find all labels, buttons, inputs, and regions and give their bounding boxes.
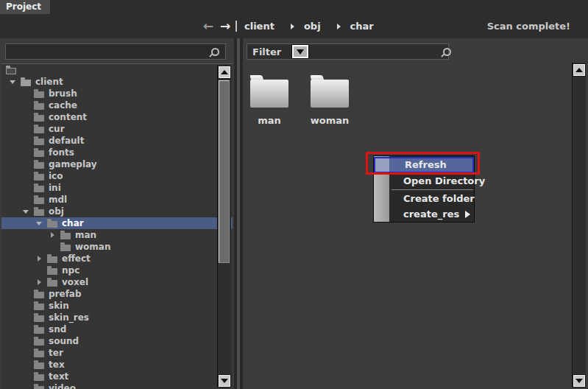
expander-spacer [21, 182, 34, 194]
expander-open-icon[interactable] [7, 76, 21, 88]
tree-row-char[interactable]: char [1, 217, 233, 229]
menu-item-create-res[interactable]: create_res [374, 206, 474, 222]
expander-spacer [47, 241, 60, 253]
expander-spacer [21, 335, 34, 347]
tree-row-label: woman [75, 242, 110, 252]
tree-row-video[interactable]: video [1, 382, 233, 389]
menu-item-open-directory[interactable]: Open Directory [374, 173, 474, 189]
tree-row-text[interactable]: text [1, 371, 233, 382]
expander-closed-icon[interactable] [34, 276, 47, 288]
tree-row-snd[interactable]: snd [1, 323, 233, 335]
folder-tiles: manwoman [247, 75, 353, 126]
tree-row-cur[interactable]: cur [1, 123, 233, 135]
filter-label: Filter [247, 46, 291, 57]
content-scrollbar[interactable] [572, 63, 586, 388]
expander-closed-icon[interactable] [47, 229, 60, 241]
up-arrow-icon [221, 70, 228, 74]
filter-search-input[interactable] [309, 44, 443, 59]
folder-icon [34, 386, 44, 389]
scroll-up-button[interactable] [219, 66, 230, 78]
tree-row-skin[interactable]: skin [1, 300, 233, 312]
tree-row-ter[interactable]: ter [1, 347, 233, 359]
tree-row-root[interactable] [1, 64, 233, 76]
tree-row-mdl[interactable]: mdl [1, 194, 233, 206]
tree-row-prefab[interactable]: prefab [1, 288, 233, 300]
folder-icon [34, 362, 44, 369]
chevron-down-icon [297, 49, 304, 55]
tree-row-sound[interactable]: sound [1, 335, 233, 347]
nav-forward-icon[interactable]: → [220, 14, 230, 38]
folder-tile-man[interactable]: man [247, 75, 292, 126]
tree-row-default[interactable]: default [1, 135, 233, 147]
nav-back-icon[interactable]: ← [203, 14, 213, 38]
folder-icon [34, 327, 44, 334]
tree-row-man[interactable]: man [1, 229, 233, 241]
folder-icon [34, 374, 44, 381]
tree-search-input[interactable] [6, 44, 211, 59]
scroll-down-button[interactable] [573, 375, 585, 387]
down-arrow-icon [575, 379, 583, 383]
expander-open-icon[interactable] [21, 206, 34, 217]
tree-row-label: snd [49, 324, 66, 334]
tree-row-label: voxel [62, 277, 88, 287]
project-window: Project ← → clientobjchar Scan complete!… [0, 0, 588, 389]
tree-row-skin_res[interactable]: skin_res [1, 312, 233, 323]
filter-dropdown-button[interactable] [291, 44, 309, 59]
tree-row-obj[interactable]: obj [1, 206, 233, 217]
tree-row-label: ini [49, 183, 61, 193]
folder-icon [34, 91, 44, 98]
tree-scrollbar[interactable] [217, 65, 231, 388]
submenu-arrow-icon [465, 211, 470, 218]
folder-icon [47, 280, 57, 287]
tree-row-label: default [49, 136, 84, 146]
expander-spacer [21, 158, 34, 170]
tree-row-client[interactable]: client [1, 76, 233, 88]
tree-row-label: prefab [49, 289, 82, 299]
search-icon [211, 48, 219, 56]
scrollbar-thumb[interactable] [219, 80, 230, 263]
tree-row-label: ico [49, 171, 63, 181]
folder-icon [34, 209, 44, 216]
tree-row-label: man [75, 230, 96, 240]
tree-row-cache[interactable]: cache [1, 99, 233, 111]
breadcrumb-item-char[interactable]: char [350, 21, 374, 32]
folder-icon [34, 115, 44, 122]
folder-tile-label: woman [307, 115, 353, 126]
tree-row-tex[interactable]: tex [1, 359, 233, 371]
expander-spacer [21, 123, 34, 135]
expander-spacer [21, 147, 34, 158]
breadcrumb-item-client[interactable]: client [244, 21, 274, 32]
tree-row-ini[interactable]: ini [1, 182, 233, 194]
panel-splitter[interactable] [234, 38, 243, 389]
folder-icon [34, 292, 44, 298]
expander-closed-icon[interactable] [34, 253, 47, 264]
tree-row-effect[interactable]: effect [1, 253, 233, 264]
menu-item-refresh[interactable]: Refresh [374, 157, 474, 173]
tab-strip: Project [0, 0, 588, 14]
breadcrumb-item-obj[interactable]: obj [304, 21, 321, 32]
folder-icon [34, 197, 44, 204]
folder-icon [47, 221, 57, 228]
menu-item-create-folder[interactable]: Create folder [374, 191, 474, 206]
scroll-down-button[interactable] [219, 375, 230, 387]
tree-row-ico[interactable]: ico [1, 170, 233, 182]
tree-row-content[interactable]: content [1, 111, 233, 123]
tab-project[interactable]: Project [0, 0, 50, 14]
tree-row-brush[interactable]: brush [1, 88, 233, 99]
folder-tile-woman[interactable]: woman [307, 75, 353, 126]
folder-tile-label: man [247, 115, 292, 126]
expander-open-icon[interactable] [34, 217, 47, 229]
tree-row-label: tex [49, 360, 65, 370]
folder-icon [60, 245, 71, 251]
tree-panel: clientbrushcachecontentcurdefaultfontsga… [0, 38, 234, 389]
tree-row-voxel[interactable]: voxel [1, 276, 233, 288]
expander-spacer [21, 194, 34, 206]
tree-row-woman[interactable]: woman [1, 241, 233, 253]
tree-row-gameplay[interactable]: gameplay [1, 158, 233, 170]
tree-row-label: ter [49, 348, 63, 358]
tree-row-npc[interactable]: npc [1, 264, 233, 276]
tree-row-label: content [49, 112, 87, 122]
tree-row-fonts[interactable]: fonts [1, 147, 233, 158]
folder-icon [34, 304, 44, 310]
scroll-up-button[interactable] [573, 64, 585, 76]
